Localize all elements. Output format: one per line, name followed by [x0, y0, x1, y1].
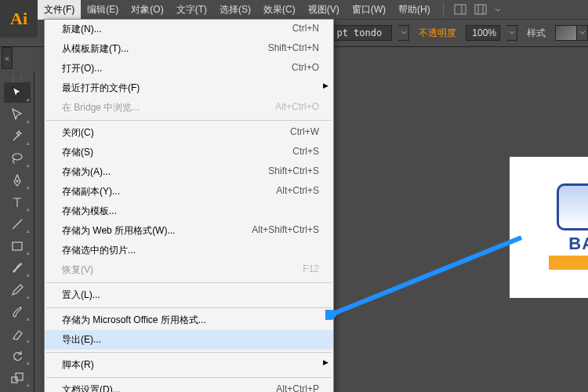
menu-item-label: 文档设置(D)... — [62, 383, 121, 392]
menu-item-20[interactable]: 脚本(R)▶ — [45, 355, 333, 375]
menu-shortcut: Alt+Shift+Ctrl+S — [236, 224, 319, 238]
opacity-field[interactable] — [466, 25, 500, 41]
chevron-down-icon[interactable] — [577, 25, 588, 41]
menu-effect[interactable]: 效果(C) — [257, 0, 302, 20]
menu-item-label: 打开(O)... — [62, 62, 102, 75]
menu-item-8[interactable]: 存储为(A)...Shift+Ctrl+S — [45, 162, 333, 182]
menu-item-2[interactable]: 打开(O)...Ctrl+O — [45, 59, 333, 78]
control-panel-toggle[interactable]: « — [2, 47, 13, 69]
svg-rect-7 — [13, 242, 22, 250]
menu-item-11[interactable]: 存储为 Web 所用格式(W)...Alt+Shift+Ctrl+S — [45, 221, 333, 241]
menu-object[interactable]: 对象(O) — [125, 0, 169, 20]
menu-separator — [46, 120, 332, 121]
menu-item-22[interactable]: 文档设置(D)...Alt+Ctrl+P — [45, 380, 333, 392]
menu-item-label: 置入(L)... — [62, 289, 100, 302]
menu-item-15[interactable]: 置入(L)... — [45, 285, 333, 305]
layout-dropdown-icon[interactable] — [494, 2, 502, 16]
layout-split-icon[interactable] — [474, 2, 488, 16]
menu-separator — [46, 377, 332, 378]
style-label: 样式 — [524, 27, 549, 40]
toolbar: ⋮⋮ — [0, 72, 34, 392]
tool-rectangle[interactable] — [4, 236, 31, 256]
menu-separator — [46, 352, 332, 353]
menu-item-label: 存储(S) — [62, 146, 93, 159]
menu-shortcut: Ctrl+N — [277, 23, 319, 36]
menu-item-7[interactable]: 存储(S)Ctrl+S — [45, 143, 333, 162]
menu-item-label: 恢复(V) — [62, 263, 93, 277]
menu-item-3[interactable]: 最近打开的文件(F)▶ — [45, 78, 333, 98]
menu-shortcut: Shift+Ctrl+N — [252, 42, 319, 56]
banner-shape — [549, 256, 588, 270]
menu-item-13: 恢复(V)F12 — [45, 260, 333, 280]
chevron-down-icon[interactable] — [398, 25, 409, 41]
menu-shortcut: Alt+Ctrl+P — [260, 383, 319, 392]
graphic-style-swatch[interactable] — [555, 25, 588, 41]
tool-pen[interactable] — [4, 170, 31, 191]
shield-icon — [557, 183, 588, 230]
menubar: 文件(F) 编辑(E) 对象(O) 文字(T) 选择(S) 效果(C) 视图(V… — [0, 0, 588, 19]
menu-item-9[interactable]: 存储副本(Y)...Alt+Ctrl+S — [45, 182, 333, 201]
menu-shortcut: Ctrl+W — [274, 126, 319, 140]
menu-help[interactable]: 帮助(H) — [392, 0, 437, 20]
menu-item-label: 存储为 Web 所用格式(W)... — [62, 224, 175, 238]
tool-lasso[interactable] — [4, 148, 31, 169]
menu-shortcut: Ctrl+O — [276, 62, 319, 75]
menu-shortcut: Shift+Ctrl+S — [252, 165, 319, 179]
menu-text[interactable]: 文字(T) — [170, 0, 213, 20]
menu-item-label: 存储选中的切片... — [62, 244, 136, 257]
submenu-arrow-icon: ▶ — [323, 82, 328, 89]
tool-type[interactable] — [4, 192, 31, 212]
menu-item-label: 存储为(A)... — [62, 165, 111, 179]
menu-item-label: 在 Bridge 中浏览... — [62, 101, 140, 114]
style-preview — [555, 25, 577, 41]
menu-item-label: 存储副本(Y)... — [62, 185, 120, 198]
menu-item-0[interactable]: 新建(N)...Ctrl+N — [45, 20, 333, 39]
layout-basic-icon[interactable] — [453, 2, 467, 16]
tool-selection[interactable] — [4, 82, 31, 103]
menu-item-label: 导出(E)... — [62, 333, 101, 347]
tool-direct-selection[interactable] — [4, 104, 31, 125]
opacity-label: 不透明度 — [416, 27, 459, 40]
menu-item-6[interactable]: 关闭(C)Ctrl+W — [45, 123, 333, 143]
menu-item-label: 最近打开的文件(F) — [62, 82, 140, 95]
artwork-badge: BAS — [549, 183, 588, 271]
svg-rect-2 — [475, 5, 486, 14]
tool-rotate[interactable] — [4, 346, 31, 366]
menu-item-4: 在 Bridge 中浏览...Alt+Ctrl+O — [45, 98, 333, 118]
menu-item-label: 脚本(R) — [62, 358, 94, 372]
menu-separator — [46, 307, 332, 308]
menu-shortcut: Alt+Ctrl+S — [260, 185, 319, 198]
menu-window[interactable]: 窗口(W) — [346, 0, 392, 20]
menu-item-label: 存储为 Microsoft Office 所用格式... — [62, 314, 206, 327]
tool-magic-wand[interactable] — [4, 126, 31, 147]
menu-item-10[interactable]: 存储为模板... — [45, 201, 333, 221]
menu-item-label: 从模板新建(T)... — [62, 42, 129, 56]
tool-pencil[interactable] — [4, 280, 31, 300]
toolbar-grip[interactable]: ⋮⋮ — [8, 75, 27, 82]
tool-scale[interactable] — [4, 368, 31, 388]
menu-shortcut: Ctrl+S — [277, 146, 319, 159]
menu-item-1[interactable]: 从模板新建(T)...Shift+Ctrl+N — [45, 39, 333, 59]
menu-edit[interactable]: 编辑(E) — [81, 0, 125, 20]
menu-view[interactable]: 视图(V) — [302, 0, 346, 20]
menu-item-17[interactable]: 存储为 Microsoft Office 所用格式... — [45, 310, 333, 330]
tool-blob-brush[interactable] — [4, 302, 31, 322]
submenu-arrow-icon: ▶ — [323, 358, 328, 366]
menu-select[interactable]: 选择(S) — [213, 0, 257, 20]
tool-brush[interactable] — [4, 258, 31, 278]
menu-item-18[interactable]: 导出(E)... — [45, 330, 333, 350]
menu-file[interactable]: 文件(F) — [38, 0, 81, 20]
file-dropdown-menu: 新建(N)...Ctrl+N从模板新建(T)...Shift+Ctrl+N打开(… — [44, 19, 334, 392]
menu-item-12[interactable]: 存储选中的切片... — [45, 241, 333, 260]
chevron-down-icon[interactable] — [506, 25, 517, 41]
menu-shortcut: F12 — [287, 263, 319, 277]
tool-line[interactable] — [4, 214, 31, 234]
svg-point-6 — [16, 180, 18, 182]
app-logo: Ai — [0, 0, 38, 38]
annotation-arrow — [325, 234, 529, 323]
svg-rect-0 — [455, 5, 466, 14]
menu-separator — [46, 282, 332, 283]
tool-eraser[interactable] — [4, 324, 31, 344]
menu-shortcut: Alt+Ctrl+O — [260, 101, 319, 114]
menu-item-label: 存储为模板... — [62, 205, 117, 218]
